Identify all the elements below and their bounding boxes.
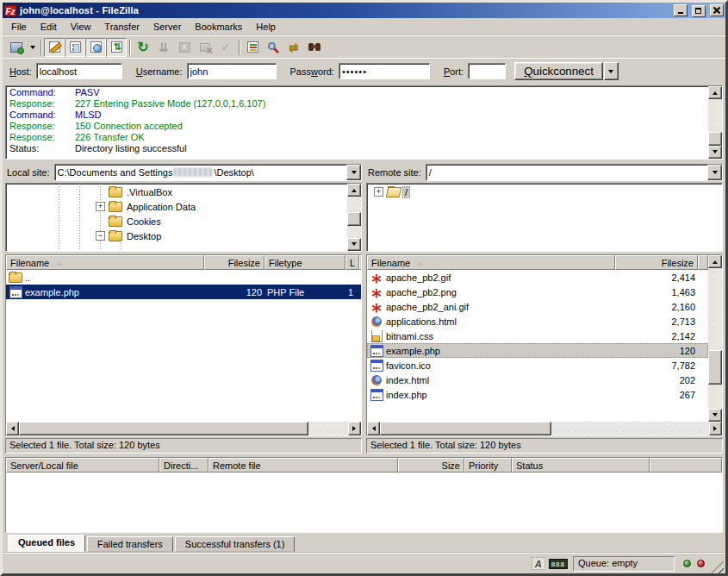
toolbar-button-disconnect[interactable] [195,38,215,57]
host-input[interactable] [36,63,122,79]
file-row-apache[interactable]: apache_pb2.gif2,414 [367,270,708,285]
column-header[interactable]: Size [398,458,464,473]
menubar: FileEditViewTransferServerBookmarksHelp [3,18,725,35]
toolbar-button[interactable] [38,39,44,56]
resize-grip[interactable] [711,560,724,573]
column-header[interactable]: Status [512,458,650,473]
tree-item-folder[interactable]: Cookies [6,214,347,229]
toolbar-icon [137,41,148,54]
tree-expander-icon[interactable]: + [374,187,383,197]
file-row-folder[interactable]: .. [6,270,361,285]
file-row-ico[interactable]: favicon.ico7,782 [367,358,708,373]
remote-list-scrollbar[interactable] [708,255,722,422]
scrollbar-thumb[interactable] [708,350,722,385]
local-path-suffix: \Desktop\ [214,167,253,178]
quickconnect-dropdown-button[interactable] [604,62,619,80]
tree-expander-icon[interactable]: + [96,202,105,211]
scroll-down-button[interactable] [708,409,722,422]
local-tree-scrollbar[interactable] [347,184,361,251]
scrollbar-thumb[interactable] [19,422,308,435]
toolbar-button-process-queue[interactable] [153,38,174,57]
tree-item-folder[interactable]: +Application Data [6,199,347,214]
scrollbar-thumb[interactable] [708,132,722,146]
menu-item[interactable]: View [64,20,98,34]
tree-item-folder[interactable]: .VirtualBox [6,185,347,199]
quickconnect-button[interactable]: Quickconnect [514,62,603,80]
log-scrollbar[interactable] [708,86,722,159]
toolbar-button-filename-filters[interactable] [242,38,263,57]
toolbar-button-transfer-queue[interactable] [106,38,127,57]
menu-item[interactable]: Edit [34,20,64,34]
scroll-down-button[interactable] [347,238,361,251]
toolbar-button-find-files[interactable] [304,38,325,57]
column-header[interactable]: Filesize [204,255,264,270]
scroll-left-button[interactable] [367,422,380,435]
queue-tab[interactable]: Successful transfers (1) [175,536,296,552]
file-row-php[interactable]: example.php120PHP File1 [6,285,361,299]
queue-tab[interactable]: Failed transfers [87,536,173,552]
column-header[interactable]: Remote file [208,458,398,473]
menu-item[interactable]: File [4,20,34,34]
local-list-hscrollbar[interactable] [6,422,361,435]
column-header[interactable]: L [345,255,359,270]
local-site-dropdown-button[interactable] [346,165,361,180]
menu-item[interactable]: Help [249,20,283,34]
column-header[interactable]: Directi... [159,458,208,473]
menu-item[interactable]: Transfer [97,20,146,34]
scrollbar-thumb[interactable] [347,212,361,226]
toolbar-button-remote-treeview[interactable] [85,38,106,57]
toolbar-button-message-log[interactable] [44,38,65,57]
username-input[interactable] [187,63,277,79]
file-row-php[interactable]: example.php120 [367,343,708,358]
local-tree: .VirtualBox+Application DataCookies−Desk… [5,183,362,252]
menu-item[interactable]: Bookmarks [188,20,249,34]
remote-site-dropdown-button[interactable] [707,165,722,180]
tree-item-folder[interactable]: −Desktop [6,229,347,243]
port-input[interactable] [468,63,506,79]
scroll-down-button[interactable] [708,146,722,159]
toolbar-button-local-treeview[interactable] [65,38,85,57]
scroll-up-button[interactable] [347,184,361,197]
queue-tab[interactable]: Queued files [8,535,85,552]
file-row-css[interactable]: bitnami.css2,142 [367,329,708,343]
scroll-left-button[interactable] [6,422,19,435]
speed-limits-icon[interactable]: 888 [549,559,568,569]
tree-expander-icon[interactable]: − [96,231,105,241]
toolbar-button-synchronized-browsing[interactable] [283,38,304,57]
toolbar-button[interactable] [236,39,242,56]
toolbar-button-cancel[interactable] [174,38,195,57]
toolbar-icon [70,41,81,53]
close-button[interactable] [710,4,724,16]
local-site-combobox[interactable]: C:\Documents and Settings\Desktop\ [54,164,362,181]
toolbar-button-directory-comparison[interactable] [263,38,283,57]
remote-site-combobox[interactable]: / [426,164,723,181]
transfer-type-icon[interactable]: A [532,557,545,570]
column-header[interactable]: Filetype [264,255,345,270]
toolbar-button-reconnect[interactable] [215,38,236,57]
file-row-apache[interactable]: apache_pb2.png1,463 [367,285,708,299]
minimize-button[interactable] [674,4,688,16]
file-row-apache[interactable]: apache_pb2_ani.gif2,160 [367,299,708,314]
column-header[interactable]: Server/Local file [6,458,159,473]
password-input[interactable] [339,63,430,79]
file-row-php[interactable]: index.php267 [367,387,708,402]
scrollbar-thumb[interactable] [380,422,551,435]
toolbar-button-refresh[interactable] [133,38,153,57]
remote-list-hscrollbar[interactable] [367,422,722,435]
file-row-firefox[interactable]: applications.html2,713 [367,314,708,329]
scroll-right-button[interactable] [348,422,361,435]
column-header[interactable]: Filename [367,255,615,270]
toolbar-button[interactable] [127,39,133,56]
tree-item-folder-open[interactable]: +/ [367,185,722,199]
file-row-firefox[interactable]: index.html202 [367,373,708,387]
column-header[interactable]: Priority [464,458,512,473]
column-header[interactable]: Filesize [615,255,698,270]
toolbar-button-site-manager[interactable] [6,38,27,57]
maximize-button[interactable] [692,5,706,17]
scroll-right-button[interactable] [709,422,722,435]
scroll-up-button[interactable] [708,255,722,268]
column-header[interactable]: Filename [6,255,204,270]
scroll-up-button[interactable] [708,86,722,99]
menu-item[interactable]: Server [146,20,188,34]
toolbar-button-dropdown[interactable] [27,38,38,57]
